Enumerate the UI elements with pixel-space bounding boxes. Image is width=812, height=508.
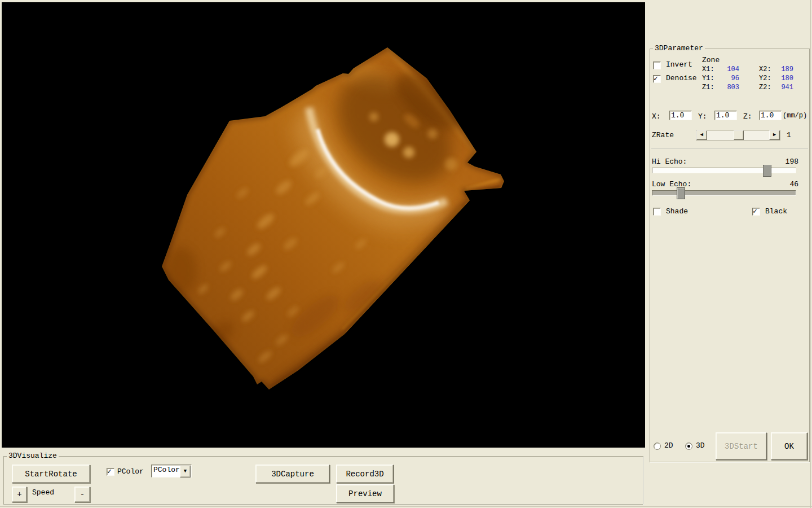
visualize-group-title: 3DVisualize [7,452,59,460]
z-scale-label: Z: [743,112,752,121]
zrate-label: ZRate [652,131,674,139]
low-echo-track[interactable] [652,190,796,196]
zone-y2-label: Y2: [759,75,771,82]
speed-label: Speed [32,488,54,497]
start3d-button[interactable]: 3DStart [716,432,767,460]
x-scale-input[interactable] [669,111,692,120]
mode-2d-radio[interactable] [654,443,661,450]
zrate-scrollbar[interactable] [696,130,780,141]
invert-label: Invert [666,60,692,69]
zrate-scroll-thumb[interactable] [734,130,744,140]
zone-x2-value: 189 [771,65,793,73]
mode-2d-label: 2D [664,441,673,450]
low-echo-value: 46 [776,180,798,189]
pcolor-dropdown[interactable]: PColor [151,465,192,478]
speed-minus-button[interactable]: - [74,487,90,502]
hi-echo-value: 198 [776,157,798,166]
y-scale-input[interactable] [714,111,737,120]
hi-echo-thumb[interactable] [763,165,771,177]
pcolor-label: PColor [117,467,144,476]
zone-title: Zone [702,56,720,64]
visualize-groupbox: 3DVisualize StartRotate + Speed - PColor… [3,456,643,505]
ok-button[interactable]: OK [771,432,807,460]
mode-3d-radio[interactable] [685,443,692,450]
x-scale-label: X: [652,112,661,121]
z-scale-input[interactable] [759,111,782,120]
pcolor-dropdown-value: PColor [153,466,180,474]
denoise-label: Denoise [666,74,697,82]
pcolor-checkbox[interactable] [107,468,114,476]
mode-3d-label: 3D [696,441,705,450]
hi-echo-track[interactable] [652,168,796,173]
pcolor-dropdown-arrow-icon[interactable] [180,466,191,478]
zone-z1-value: 803 [717,84,739,91]
zrate-value: 1 [787,131,791,139]
low-echo-label: Low Echo: [652,180,691,189]
parameter-group-title: 3DParameter [653,44,705,52]
start-rotate-button[interactable]: StartRotate [12,465,90,483]
zrate-scroll-right-icon[interactable] [769,130,780,140]
zone-y2-value: 180 [771,75,793,82]
black-checkbox[interactable] [752,208,760,216]
scale-unit-label: (mm/p) [783,112,807,120]
zone-z2-value: 941 [771,84,793,91]
shade-label: Shade [666,207,688,216]
zone-x1-value: 104 [717,65,739,73]
zone-y1-value: 96 [717,75,739,82]
shade-checkbox[interactable] [653,208,661,216]
separator [651,148,808,149]
zrate-scroll-left-icon[interactable] [696,130,707,140]
speed-plus-button[interactable]: + [12,487,27,502]
zone-z2-label: Z2: [759,84,771,91]
preview-button[interactable]: Preview [336,484,394,503]
zone-x2-label: X2: [759,65,771,73]
y-scale-label: Y: [698,112,707,121]
capture-3d-button[interactable]: 3DCapture [255,465,330,483]
low-echo-thumb[interactable] [677,187,685,199]
window: { "param": { "title": "3DParameter", "in… [0,0,812,508]
zone-z1-label: Z1: [702,84,714,91]
render-viewport[interactable] [2,2,645,448]
window-edge-bottom [0,506,812,507]
invert-checkbox[interactable] [653,62,661,69]
record-3d-button[interactable]: Record3D [336,465,394,483]
zone-y1-label: Y1: [702,75,714,82]
ultrasound-volume-render [2,2,645,448]
black-label: Black [765,207,787,216]
window-edge-right [810,0,811,508]
parameter-groupbox: 3DParameter Invert Denoise Zone X1: 104 … [650,49,810,462]
denoise-checkbox[interactable] [653,75,661,83]
hi-echo-label: Hi Echo: [652,157,687,166]
zone-x1-label: X1: [702,65,714,73]
